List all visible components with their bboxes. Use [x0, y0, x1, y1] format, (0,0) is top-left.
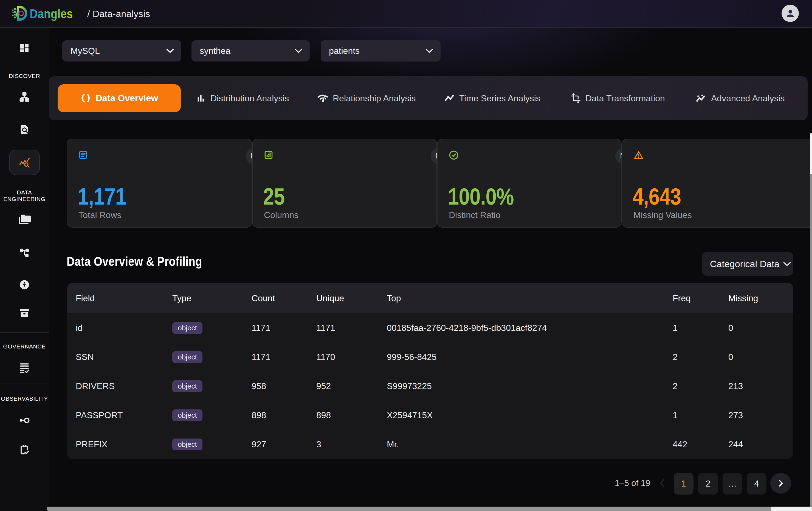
- tab-label: Data Overview: [96, 93, 158, 104]
- clipboard-check-icon[interactable]: [19, 443, 30, 456]
- stat-value: 100.0%: [448, 184, 514, 209]
- horizontal-scrollbar-track[interactable]: [770, 507, 812, 511]
- stat-label: Distinct Ratio: [449, 210, 501, 220]
- stat-card-columns: 25 Columns M: [252, 139, 437, 227]
- cell-field: id: [76, 323, 172, 333]
- braces-icon: [80, 93, 91, 104]
- tab-data-overview[interactable]: Data Overview: [58, 84, 181, 112]
- cell-top: Mr.: [387, 439, 673, 450]
- stat-card-distinct-ratio: 100.0% Distinct Ratio M: [437, 139, 621, 227]
- page-number: …: [728, 479, 737, 489]
- horizontal-scrollbar-thumb[interactable]: [47, 507, 772, 511]
- sidebar-item-data-analysis-active[interactable]: [9, 150, 40, 175]
- bar-chart-icon: [195, 93, 206, 104]
- article-icon: [78, 150, 88, 160]
- vertical-scrollbar-track[interactable]: [810, 174, 812, 511]
- stat-card-total-rows: 1,171 Total Rows M: [67, 139, 252, 227]
- page-button-ellipsis[interactable]: …: [723, 473, 742, 494]
- table-row[interactable]: id object 1171 1171 00185faa-2760-4218-9…: [67, 313, 793, 342]
- type-badge: object: [172, 380, 202, 392]
- tab-relationship-analysis[interactable]: Relationship Analysis: [317, 76, 415, 120]
- user-avatar-button[interactable]: [782, 5, 799, 22]
- cell-freq: 1: [673, 323, 728, 333]
- col-header-count: Count: [252, 293, 316, 303]
- cell-count: 1171: [252, 323, 316, 333]
- cell-count: 958: [252, 381, 316, 391]
- cell-unique: 898: [316, 410, 387, 421]
- archive-icon[interactable]: [19, 307, 30, 319]
- cell-top: X2594715X: [387, 410, 673, 421]
- table-select[interactable]: patients: [321, 41, 441, 61]
- cell-missing: 0: [728, 323, 793, 333]
- query-stats-icon: [19, 157, 30, 168]
- table-row[interactable]: PREFIX object 927 3 Mr. 442 244: [67, 430, 793, 459]
- cell-count: 898: [252, 410, 316, 421]
- table-row[interactable]: DRIVERS object 958 952 S99973225 2 213: [67, 372, 793, 401]
- stat-label: Missing Values: [633, 210, 692, 220]
- cell-freq: 442: [673, 439, 728, 450]
- sidebar-group-data-engineering: DATA ENGINEERING: [0, 189, 49, 203]
- tab-label: Time Series Analysis: [459, 93, 541, 104]
- cell-missing: 273: [728, 410, 793, 421]
- top-header: Dangles / Data-analysis: [0, 0, 812, 28]
- bolt-circle-icon[interactable]: [19, 279, 30, 290]
- folder-copy-icon[interactable]: [18, 214, 31, 226]
- cell-missing: 244: [728, 439, 793, 450]
- cell-unique: 1171: [316, 323, 387, 333]
- tab-data-transformation[interactable]: Data Transformation: [570, 76, 665, 120]
- page-button-4[interactable]: 4: [747, 473, 766, 494]
- cell-field: PASSPORT: [76, 410, 172, 421]
- tab-label: Distribution Analysis: [210, 93, 289, 104]
- schema-icon[interactable]: [19, 247, 30, 258]
- database-select[interactable]: synthea: [192, 41, 310, 61]
- chevron-down-icon: [167, 49, 174, 53]
- data-type-filter-button[interactable]: Categorical Data: [702, 252, 793, 276]
- page-button-1[interactable]: 1: [674, 473, 694, 494]
- type-badge: object: [172, 409, 202, 421]
- breadcrumb: / Data-analysis: [87, 8, 150, 19]
- tab-label: Relationship Analysis: [333, 93, 415, 104]
- app: Dangles / Data-analysis DISCOVER: [0, 0, 812, 511]
- table-header-row: Field Type Count Unique Top Freq Missing: [67, 283, 793, 313]
- find-in-page-icon[interactable]: [19, 123, 30, 135]
- database-type-select[interactable]: MySQL: [62, 41, 181, 61]
- chevron-right-icon: [776, 479, 785, 488]
- tab-label: Advanced Analysis: [711, 93, 785, 104]
- tab-distribution-analysis[interactable]: Distribution Analysis: [195, 76, 289, 120]
- page-button-2[interactable]: 2: [698, 473, 718, 494]
- col-header-unique: Unique: [316, 293, 387, 303]
- timeline-icon: [443, 92, 455, 104]
- sparkline-stars-icon: [695, 92, 707, 104]
- analysis-tabs: Data Overview Distribution Analysis Rela…: [49, 76, 808, 120]
- next-page-button[interactable]: [770, 473, 791, 494]
- cell-freq: 2: [673, 381, 728, 391]
- cell-top: 999-56-8425: [387, 352, 673, 362]
- fact-check-icon[interactable]: [19, 362, 30, 373]
- tab-time-series-analysis[interactable]: Time Series Analysis: [443, 76, 541, 120]
- page-number: 1: [681, 479, 686, 489]
- chevron-down-icon: [295, 49, 302, 53]
- cell-unique: 952: [316, 381, 387, 391]
- col-header-field: Field: [76, 293, 172, 303]
- sitemap-icon[interactable]: [19, 91, 30, 102]
- col-header-freq: Freq: [673, 293, 728, 303]
- sidebar-group-governance: GOVERNANCE: [0, 343, 49, 350]
- stat-value: 4,643: [633, 184, 681, 209]
- table-row[interactable]: PASSPORT object 898 898 X2594715X 1 273: [67, 401, 793, 430]
- cell-field: PREFIX: [76, 439, 172, 450]
- chevron-down-icon: [426, 49, 433, 53]
- tab-advanced-analysis[interactable]: Advanced Analysis: [695, 76, 785, 120]
- cell-field: DRIVERS: [76, 381, 172, 391]
- table-row[interactable]: SSN object 1171 1170 999-56-8425 2 0: [67, 342, 793, 372]
- chevron-left-icon[interactable]: [657, 476, 668, 490]
- sidebar-group-discover: DISCOVER: [0, 73, 49, 79]
- type-badge: object: [172, 322, 202, 334]
- vertical-scrollbar-thumb[interactable]: [810, 133, 812, 174]
- dashboard-icon[interactable]: [19, 43, 30, 54]
- key-icon[interactable]: [19, 415, 30, 426]
- chevron-down-icon: [783, 262, 791, 266]
- sidebar-divider: [0, 332, 49, 333]
- filter-label: Categorical Data: [710, 259, 779, 269]
- tab-label: Data Transformation: [585, 93, 665, 104]
- brand-logo-icon: [12, 5, 29, 22]
